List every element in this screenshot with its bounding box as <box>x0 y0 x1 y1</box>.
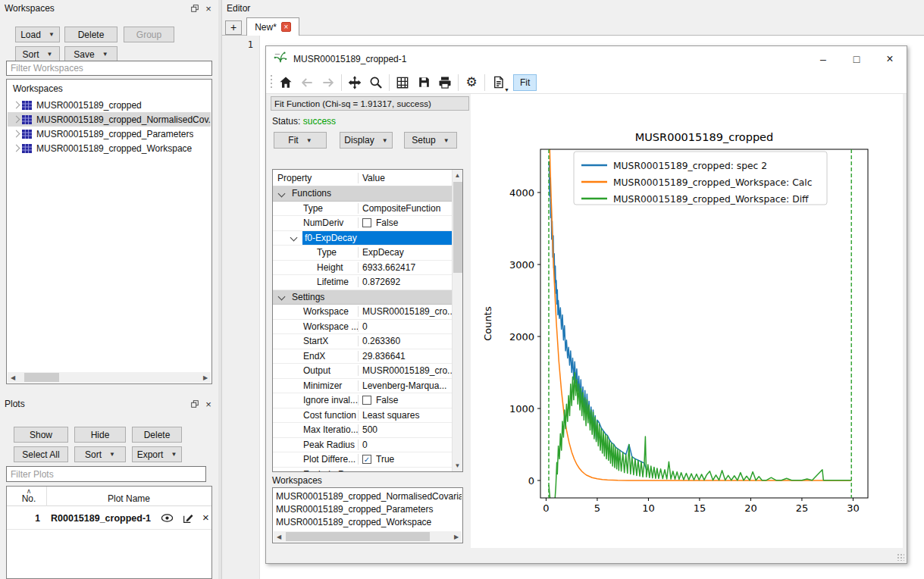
window-titlebar[interactable]: MUSR00015189_cropped-1 – □ × <box>266 46 907 71</box>
property-value[interactable]: Levenberg-Marqua... <box>358 380 452 391</box>
close-tab-icon[interactable]: × <box>281 22 291 32</box>
property-row[interactable]: MinimizerLevenberg-Marqua... <box>273 379 452 394</box>
property-value[interactable]: 0.872692 <box>358 277 452 287</box>
collapse-chevron-icon[interactable] <box>278 293 286 301</box>
property-grid-vscrollbar[interactable]: ▲ ▼ <box>452 170 462 471</box>
home-icon[interactable] <box>275 73 296 92</box>
workspaces-panel-titlebar[interactable]: Workspaces × <box>0 0 218 17</box>
workspaces-tree-hscrollbar[interactable]: ◀ ▶ <box>8 372 211 383</box>
property-row[interactable]: Functions <box>273 186 452 202</box>
sort-workspaces-button[interactable]: Sort▼ <box>15 46 60 62</box>
expand-chevron-icon[interactable] <box>13 102 20 109</box>
property-row[interactable]: TypeExpDecay <box>273 246 452 261</box>
property-row[interactable]: Plot Differe...✓True <box>273 452 452 468</box>
fit-workspaces-hscrollbar[interactable]: ◀ ▶ <box>274 531 462 542</box>
property-value[interactable]: ✓True <box>358 454 452 465</box>
plot-row[interactable]: 1R00015189_cropped-1× <box>7 507 211 530</box>
property-row[interactable]: OutputMUSR00015189_cro... <box>273 364 452 379</box>
show-hide-eye-icon[interactable] <box>161 512 174 526</box>
minimize-window-icon[interactable]: – <box>807 49 840 70</box>
output-workspace-item[interactable]: MUSR00015189_cropped_NormalisedCovarianc <box>276 490 462 503</box>
collapse-chevron-icon[interactable] <box>278 189 286 197</box>
column-header-plot-name[interactable]: Plot Name <box>46 493 211 504</box>
filter-plots-input[interactable] <box>6 466 206 482</box>
plots-panel-titlebar[interactable]: Plots × <box>0 396 218 412</box>
property-row[interactable]: Max Iteratio...500 <box>273 423 452 438</box>
export-plots-button[interactable]: Export▼ <box>132 446 182 462</box>
close-plot-icon[interactable]: × <box>202 511 209 524</box>
plot-canvas[interactable]: MUSR00015189_cropped Counts 051015202530… <box>471 94 903 548</box>
property-value[interactable]: 6933.662417 <box>358 262 452 273</box>
workspace-tree-item[interactable]: MUSR00015189_cropped_Workspace <box>8 141 211 155</box>
expand-chevron-icon[interactable] <box>13 116 20 124</box>
grid-icon[interactable] <box>392 73 413 92</box>
generate-script-icon[interactable]: ▼ <box>487 73 509 92</box>
new-tab-button[interactable]: + <box>225 20 242 35</box>
forward-icon[interactable] <box>318 73 339 92</box>
tab-new[interactable]: New* × <box>246 17 299 36</box>
delete-plot-button[interactable]: Delete <box>132 427 182 443</box>
property-value[interactable]: 0 <box>358 440 452 450</box>
property-row[interactable]: Height6933.662417 <box>273 261 452 276</box>
property-value[interactable]: 0 <box>358 321 452 332</box>
property-row[interactable]: Exclude Ra... <box>273 468 452 473</box>
property-value[interactable]: 500 <box>358 424 452 435</box>
expand-chevron-icon[interactable] <box>13 130 20 138</box>
scroll-left-icon[interactable]: ◀ <box>274 534 284 540</box>
checkbox-icon[interactable] <box>362 396 371 405</box>
property-value[interactable]: 0.263360 <box>358 336 452 346</box>
select-all-plots-button[interactable]: Select All <box>14 446 68 462</box>
output-workspace-item[interactable]: MUSR00015189_cropped_Parameters <box>276 503 462 516</box>
output-workspace-item[interactable]: MUSR00015189_cropped_Workspace <box>276 516 462 529</box>
group-button[interactable]: Group <box>124 27 174 42</box>
close-panel-icon[interactable]: × <box>202 398 215 410</box>
close-panel-icon[interactable]: × <box>202 2 215 14</box>
property-value[interactable]: False <box>358 395 452 405</box>
expand-chevron-icon[interactable] <box>13 145 20 152</box>
customize-plot-icon[interactable]: ⚙ <box>461 73 482 92</box>
property-value[interactable]: 29.836641 <box>358 351 452 361</box>
property-row[interactable]: EndX29.836641 <box>273 349 452 365</box>
show-plot-button[interactable]: Show <box>14 427 68 443</box>
property-row[interactable]: Peak Radius0 <box>273 438 452 453</box>
property-value[interactable]: CompositeFunction <box>358 203 452 214</box>
load-button[interactable]: Load▼ <box>15 27 60 42</box>
float-panel-icon[interactable] <box>188 2 202 14</box>
property-value[interactable]: MUSR00015189_cro... <box>358 365 452 376</box>
column-header-no[interactable]: No. <box>17 493 40 504</box>
save-icon[interactable] <box>413 73 434 92</box>
property-row[interactable]: Ignore inval...False <box>273 393 452 408</box>
property-value[interactable]: False <box>358 218 452 228</box>
sort-plots-button[interactable]: Sort▼ <box>74 446 126 462</box>
property-row[interactable]: Lifetime0.872692 <box>273 275 452 290</box>
setup-menu-button[interactable]: Setup▼ <box>404 132 457 149</box>
workspace-tree-item[interactable]: MUSR00015189_cropped_Parameters <box>8 127 211 141</box>
property-value[interactable]: Least squares <box>358 410 452 421</box>
hide-plot-button[interactable]: Hide <box>74 427 126 443</box>
pan-icon[interactable] <box>344 73 365 92</box>
property-row[interactable]: Settings <box>273 290 452 305</box>
editor-panel-titlebar[interactable]: Editor <box>222 0 924 17</box>
scroll-right-icon[interactable]: ▶ <box>451 534 462 540</box>
property-row[interactable]: NumDerivFalse <box>273 216 452 231</box>
scroll-down-icon[interactable]: ▼ <box>453 462 462 469</box>
collapse-chevron-icon[interactable] <box>290 234 298 242</box>
property-row[interactable]: StartX0.263360 <box>273 334 452 349</box>
property-row[interactable]: Workspace ...0 <box>273 320 452 335</box>
float-panel-icon[interactable] <box>188 398 202 410</box>
resize-grip[interactable] <box>897 553 904 561</box>
property-row[interactable]: TypeCompositeFunction <box>273 202 452 217</box>
rename-plot-icon[interactable] <box>182 512 194 527</box>
property-row[interactable]: Cost functionLeast squares <box>273 408 452 424</box>
scroll-left-icon[interactable]: ◀ <box>8 374 18 381</box>
print-icon[interactable] <box>434 73 456 92</box>
close-window-icon[interactable]: × <box>873 49 907 70</box>
scroll-right-icon[interactable]: ▶ <box>200 374 211 381</box>
save-button[interactable]: Save▼ <box>64 46 117 62</box>
fit-menu-button[interactable]: Fit▼ <box>274 132 327 149</box>
delete-workspace-button[interactable]: Delete <box>64 27 117 42</box>
toolbar-drag-handle[interactable] <box>271 75 272 90</box>
workspace-tree-item[interactable]: MUSR00015189_cropped_NormalisedCov... <box>8 112 211 127</box>
property-row[interactable]: f0-ExpDecay <box>273 231 452 246</box>
property-value[interactable]: MUSR00015189_cro... <box>358 306 452 317</box>
